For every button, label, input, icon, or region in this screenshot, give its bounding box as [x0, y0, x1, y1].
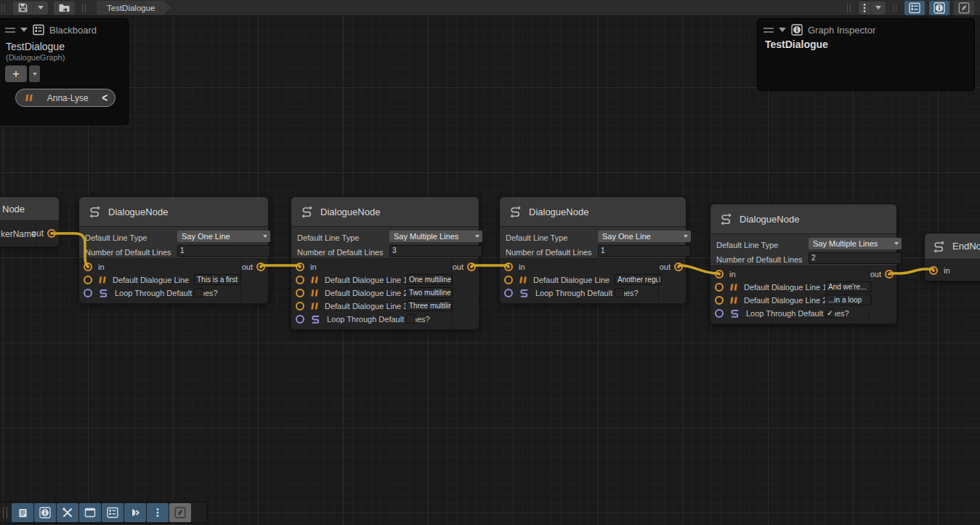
blackboard-toggle-button[interactable]	[102, 503, 123, 522]
graph-inspector-panel[interactable]: Graph Inspector TestDialogue	[757, 18, 975, 91]
dialogue-line-field[interactable]: This is a first	[194, 274, 240, 285]
dialogue-node-4[interactable]: DialogueNode Default Line Type Say Multi…	[710, 204, 897, 324]
add-variable-dropdown[interactable]	[29, 65, 40, 82]
line-type-label: Default Line Type	[716, 241, 778, 249]
in-port[interactable]	[504, 262, 513, 271]
variable-pill[interactable]: Anna-Lyse <	[15, 89, 116, 107]
dialogue-line-port[interactable]	[296, 302, 304, 310]
loop-icon	[310, 314, 321, 324]
node-header[interactable]: DialogueNode	[710, 204, 896, 234]
line-type-dropdown[interactable]: Say Multiple Lines	[809, 238, 902, 249]
dialogue-line-port[interactable]	[504, 276, 513, 284]
loop-checkbox[interactable]	[406, 314, 416, 324]
dialogue-line-field[interactable]: Three multiline	[406, 300, 453, 311]
collapse-arrow-icon[interactable]	[779, 28, 786, 32]
options-menu-button[interactable]	[859, 1, 870, 15]
out-port[interactable]	[885, 270, 894, 278]
in-port[interactable]	[296, 262, 304, 271]
open-asset-button[interactable]	[54, 1, 75, 15]
dialogue-node-2[interactable]: DialogueNode Default Line Type Say Multi…	[291, 196, 479, 330]
in-port[interactable]	[715, 270, 724, 278]
document-toggle-button[interactable]	[12, 503, 33, 522]
num-lines-field[interactable]: 3	[389, 245, 482, 257]
dialogue-line-port[interactable]	[715, 296, 724, 305]
quote-icon	[729, 297, 738, 304]
dialogue-line-port[interactable]	[296, 289, 304, 297]
out-port[interactable]	[47, 229, 56, 238]
num-lines-field[interactable]: 1	[598, 245, 691, 257]
chevron-left-icon[interactable]: <	[102, 91, 108, 105]
quill-toggle-button[interactable]	[954, 1, 974, 15]
dialogue-line-field[interactable]: Another regular	[615, 274, 661, 285]
loop-port[interactable]	[84, 289, 92, 297]
transition-icon	[129, 507, 141, 518]
node-title: DialogueNode	[740, 214, 799, 225]
dropdown-caret-icon	[263, 235, 267, 238]
line-type-dropdown[interactable]: Say One Line	[598, 231, 691, 242]
line-type-dropdown[interactable]: Say One Line	[177, 231, 270, 242]
add-variable-button[interactable]: +	[5, 65, 27, 82]
loop-icon	[519, 288, 530, 298]
info-toggle-button[interactable]	[34, 503, 56, 522]
blackboard-panel[interactable]: Blackboard TestDialogue (DialogueGraph) …	[0, 18, 129, 125]
dialogue-line-port[interactable]	[715, 283, 724, 292]
out-port[interactable]	[256, 262, 265, 271]
dialogue-line-label: Default Dialogue Line 3	[325, 302, 408, 310]
loop-checkbox[interactable]	[615, 288, 624, 297]
out-port[interactable]	[467, 262, 476, 271]
loop-icon	[98, 288, 109, 298]
graph-tab[interactable]: TestDialogue	[97, 1, 171, 15]
more-options-button[interactable]	[147, 503, 169, 522]
save-options-button[interactable]	[33, 1, 48, 15]
dialogue-node-icon	[932, 240, 946, 253]
line-type-dropdown[interactable]: Say Multiple Lines	[389, 231, 482, 242]
num-lines-label: Number of Default Lines	[506, 248, 592, 257]
inspector-toggle-button[interactable]	[929, 1, 949, 15]
num-lines-field[interactable]: 2	[809, 252, 902, 264]
transition-toggle-button[interactable]	[124, 503, 146, 522]
panel-title: Graph Inspector	[808, 25, 875, 36]
loop-port[interactable]	[715, 309, 724, 318]
quill-toggle-button[interactable]	[169, 503, 191, 522]
dialogue-line-port[interactable]	[296, 276, 304, 284]
node-header[interactable]: DialogueNode	[79, 197, 268, 227]
end-node[interactable]: EndNode in	[924, 233, 980, 281]
blackboard-toggle-button[interactable]	[904, 1, 925, 15]
dialogue-node-3[interactable]: DialogueNode Default Line Type Say One L…	[499, 196, 687, 304]
window-toggle-button[interactable]	[79, 503, 101, 522]
save-button[interactable]	[13, 1, 33, 15]
kebab-icon	[156, 508, 159, 518]
options-menu-caret[interactable]	[870, 1, 886, 15]
loop-checkbox[interactable]: ✓	[825, 308, 835, 318]
out-column: out	[240, 259, 268, 303]
dialogue-line-field[interactable]: One multiline	[406, 274, 453, 285]
blackboard-icon	[107, 507, 118, 518]
loop-port[interactable]	[504, 289, 513, 297]
speaker-node[interactable]: Node kerName out	[0, 196, 60, 247]
loop-checkbox[interactable]	[194, 288, 203, 297]
dialogue-line-field[interactable]: And we're...	[825, 281, 872, 292]
quote-icon	[98, 276, 107, 284]
dialogue-line-field[interactable]: Two multiline	[406, 287, 453, 298]
dialogue-line-field[interactable]: ...in a loop	[825, 294, 872, 305]
dropdown-caret-icon	[475, 235, 479, 238]
loop-port[interactable]	[296, 315, 304, 324]
dialogue-line-port[interactable]	[84, 276, 92, 284]
toolbar-handle[interactable]	[3, 507, 7, 518]
node-header[interactable]: DialogueNode	[500, 197, 686, 227]
in-port[interactable]	[929, 266, 938, 275]
panel-title: Blackboard	[49, 25, 97, 36]
node-header[interactable]: Node	[0, 197, 59, 221]
node-header[interactable]: DialogueNode	[291, 197, 479, 227]
drag-handle-icon[interactable]	[5, 28, 15, 33]
num-lines-field[interactable]: 1	[177, 245, 270, 257]
collapse-arrow-icon[interactable]	[20, 28, 28, 32]
node-header[interactable]: EndNode	[925, 233, 980, 260]
dialogue-node-1[interactable]: DialogueNode Default Line Type Say One L…	[78, 196, 269, 304]
info-icon	[39, 507, 51, 518]
out-port[interactable]	[674, 262, 683, 271]
tools-toggle-button[interactable]	[57, 503, 78, 522]
save-icon	[17, 2, 28, 13]
in-port[interactable]	[84, 262, 92, 271]
drag-handle-icon[interactable]	[764, 28, 774, 33]
